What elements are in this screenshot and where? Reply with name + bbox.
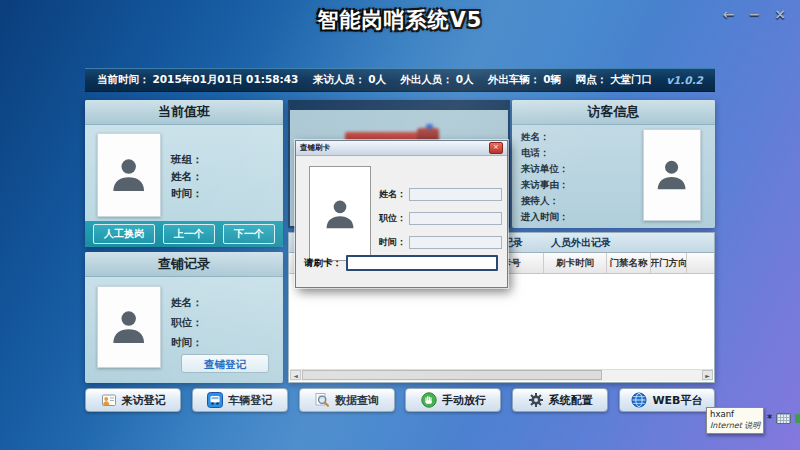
duty-photo: [97, 133, 161, 217]
site-name: 网点：大堂门口: [575, 73, 655, 87]
data-query-icon: [314, 392, 330, 408]
horizontal-scrollbar[interactable]: ◄ ►: [290, 369, 713, 381]
visitor-info-title: 访客信息: [512, 100, 715, 125]
ime-tooltip: hxanf Internet 说明: [706, 407, 764, 434]
next-button[interactable]: 下一个: [223, 224, 275, 244]
version-label: v1.0.2: [666, 74, 703, 86]
dialog-title: 查铺刷卡: [300, 143, 489, 153]
swipe-card-label: 请刷卡：: [304, 257, 342, 270]
language-bar: *: [767, 413, 800, 424]
bed-check-register-button[interactable]: 查铺登记: [181, 354, 269, 373]
bed-check-photo: [97, 286, 161, 368]
bed-check-title: 查铺记录: [85, 252, 283, 277]
visitor-field-host: 接待人：: [521, 193, 569, 209]
web-platform-icon: [631, 392, 647, 408]
ime-pen-icon[interactable]: *: [767, 414, 772, 424]
app-title: 智能岗哨系统V5: [0, 0, 800, 40]
back-icon[interactable]: ←: [723, 6, 735, 22]
ime-input-text: hxanf: [710, 409, 760, 420]
minimize-icon[interactable]: −: [749, 6, 761, 22]
duty-button-bar: 人工换岗 上一个 下一个: [85, 221, 283, 247]
person-silhouette-icon: [107, 153, 150, 196]
check-field-time: 时间：: [171, 332, 203, 352]
manual-release-icon: [421, 392, 437, 408]
scroll-right-icon[interactable]: ►: [702, 370, 713, 380]
app-window: 智能岗哨系统V5 ← − × 当前时间：2015年01月01日 01:58:43…: [0, 0, 800, 450]
out-people-count: 外出人员：0人: [400, 73, 476, 87]
visitor-field-phone: 电话：: [521, 145, 569, 161]
visitor-register-icon: [101, 392, 117, 408]
status-bar: 当前时间：2015年01月01日 01:58:43 来访人员：0人 外出人员：0…: [85, 68, 715, 92]
dialog-time-input[interactable]: [409, 236, 502, 249]
vehicle-register-button[interactable]: 车辆登记: [192, 388, 288, 412]
visitor-field-name: 姓名：: [521, 129, 569, 145]
bottom-toolbar: 来访登记 车辆登记 数据查询: [85, 387, 715, 413]
keyboard-icon[interactable]: [776, 413, 791, 424]
visitor-field-reason: 来访事由：: [521, 177, 569, 193]
col-door-direction: 开门方向: [651, 253, 687, 273]
duty-field-name: 姓名：: [171, 168, 203, 185]
dialog-photo: [309, 166, 371, 261]
check-field-position: 职位：: [171, 312, 203, 332]
manual-release-button[interactable]: 手动放行: [405, 388, 501, 412]
dialog-position-input[interactable]: [409, 212, 502, 225]
person-silhouette-icon: [107, 305, 150, 348]
scroll-left-icon[interactable]: ◄: [290, 370, 301, 380]
dialog-name-input[interactable]: [409, 188, 502, 201]
visit-register-button[interactable]: 来访登记: [85, 388, 181, 412]
title-bar: 智能岗哨系统V5 ← − ×: [0, 0, 800, 40]
ime-mode-icon[interactable]: [795, 414, 800, 423]
dialog-title-bar[interactable]: 查铺刷卡 ×: [296, 141, 507, 156]
tab-personnel-out-records[interactable]: 人员外出记录: [537, 236, 625, 250]
data-query-button[interactable]: 数据查询: [299, 388, 395, 412]
col-spare: [687, 253, 714, 273]
col-swipe-time: 刷卡时间: [544, 253, 607, 273]
dialog-position-label: 职位：: [376, 212, 406, 225]
vehicle-register-icon: [207, 392, 223, 408]
out-vehicle-count: 外出车辆：0辆: [488, 73, 564, 87]
dialog-close-icon[interactable]: ×: [489, 142, 503, 154]
ime-caption: Internet 说明: [710, 420, 760, 431]
previous-button[interactable]: 上一个: [163, 224, 215, 244]
swipe-card-input[interactable]: [346, 255, 498, 271]
bed-check-panel: 查铺记录 姓名： 职位： 时间： 查铺登记: [85, 252, 283, 383]
window-controls: ← − ×: [723, 6, 786, 22]
visitor-field-entry-time: 进入时间：: [521, 209, 569, 225]
duty-field-team: 班组：: [171, 151, 203, 168]
col-door-name: 门禁名称: [607, 253, 651, 273]
duty-field-time: 时间：: [171, 185, 203, 202]
visitor-photo: [643, 129, 701, 221]
current-time: 当前时间：2015年01月01日 01:58:43: [97, 73, 301, 87]
person-silhouette-icon: [321, 195, 359, 233]
current-duty-title: 当前值班: [85, 100, 283, 125]
dialog-time-label: 时间：: [376, 236, 406, 249]
visitor-count: 来访人员：0人: [313, 73, 389, 87]
visitor-info-panel: 访客信息 姓名： 电话： 来访单位： 来访事由： 接待人： 进入时间：: [512, 100, 715, 228]
system-config-button[interactable]: 系统配置: [512, 388, 608, 412]
person-silhouette-icon: [652, 155, 691, 194]
dialog-name-label: 姓名：: [376, 188, 406, 201]
bed-check-swipe-dialog: 查铺刷卡 × 姓名： 职位： 时间： 请刷卡：: [295, 140, 508, 288]
visitor-field-company: 来访单位：: [521, 161, 569, 177]
current-duty-panel: 当前值班 班组： 姓名： 时间： 人工换岗 上一个 下一个: [85, 100, 283, 247]
web-platform-button[interactable]: WEB平台: [619, 388, 715, 412]
close-icon[interactable]: ×: [774, 6, 786, 22]
check-field-name: 姓名：: [171, 292, 203, 312]
scrollbar-thumb[interactable]: [302, 370, 602, 380]
manual-shift-button[interactable]: 人工换岗: [93, 224, 155, 244]
system-config-icon: [528, 392, 544, 408]
